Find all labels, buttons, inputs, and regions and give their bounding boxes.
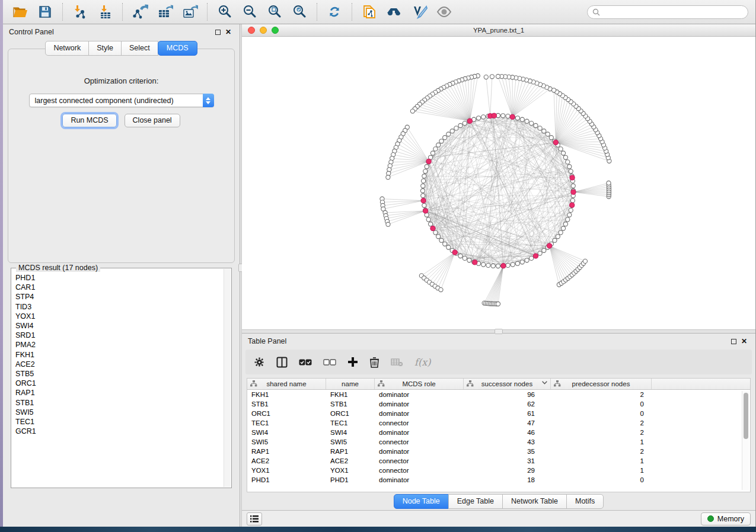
maximize-window-icon[interactable]	[272, 27, 279, 34]
table-cell[interactable]: SWI4	[247, 429, 326, 436]
table-cell[interactable]: connector	[375, 457, 464, 464]
table-settings-icon[interactable]	[254, 355, 265, 369]
column-header-MCDS-role[interactable]: MCDS role	[375, 379, 464, 389]
table-cell[interactable]: 2	[551, 448, 652, 455]
import-table-icon[interactable]	[95, 2, 115, 21]
result-item[interactable]: YOX1	[15, 312, 224, 321]
table-cell[interactable]: dominator	[375, 448, 464, 455]
tab-mcds[interactable]: MCDS	[158, 41, 197, 56]
table-cell[interactable]: FKH1	[326, 391, 375, 398]
table-cell[interactable]: YOX1	[326, 467, 375, 474]
table-row[interactable]: FKH1FKH1dominator962	[247, 390, 750, 399]
table-cell[interactable]: dominator	[375, 410, 464, 417]
table-scrollbar-thumb[interactable]	[744, 393, 748, 439]
result-item[interactable]: TEC1	[15, 417, 224, 427]
table-cell[interactable]: TEC1	[247, 419, 326, 427]
table-cell[interactable]: RAP1	[326, 448, 375, 455]
open-file-icon[interactable]	[10, 2, 30, 21]
close-panel-icon[interactable]: ✕	[739, 336, 749, 346]
result-item[interactable]: STB1	[15, 398, 224, 408]
table-cell[interactable]: 1	[551, 457, 652, 464]
save-session-icon[interactable]	[35, 2, 55, 21]
column-header-name[interactable]: name	[326, 379, 375, 389]
result-item[interactable]: SRD1	[15, 331, 224, 340]
tab-node-table[interactable]: Node Table	[394, 494, 449, 509]
table-row[interactable]: TEC1TEC1connector472	[247, 418, 750, 428]
table-cell[interactable]: PHD1	[326, 476, 375, 483]
table-row[interactable]: YOX1YOX1connector291	[247, 466, 750, 475]
table-cell[interactable]: 46	[464, 429, 551, 436]
zoom-in-icon[interactable]	[215, 2, 235, 21]
float-panel-icon[interactable]	[212, 27, 223, 37]
result-item[interactable]: PHD1	[15, 273, 224, 283]
add-column-icon[interactable]	[347, 355, 358, 369]
table-cell[interactable]: ACE2	[326, 457, 375, 464]
result-item[interactable]: GCR1	[15, 427, 224, 436]
close-panel-icon[interactable]: ✕	[223, 27, 234, 37]
table-row[interactable]: ORC1ORC1dominator610	[247, 409, 750, 418]
table-cell[interactable]: 62	[464, 400, 551, 408]
apply-style-icon[interactable]	[409, 2, 429, 21]
result-item[interactable]: CAR1	[15, 283, 224, 292]
table-cell[interactable]: 29	[464, 467, 551, 474]
result-item[interactable]: TID3	[15, 302, 224, 312]
result-scrollbar[interactable]	[224, 269, 231, 487]
result-item[interactable]: PMA2	[15, 340, 224, 350]
result-item[interactable]: FKH1	[15, 350, 224, 360]
criterion-dropdown[interactable]: largest connected component (undirected)	[29, 94, 214, 107]
table-cell[interactable]: SWI5	[247, 438, 326, 446]
table-cell[interactable]: ACE2	[247, 457, 326, 464]
network-canvas[interactable]	[242, 37, 755, 329]
delete-columns-icon[interactable]	[369, 355, 379, 369]
mcds-result-list[interactable]: PHD1CAR1STP4TID3YOX1SWI4SRD1PMA2FKH1ACE2…	[12, 269, 224, 487]
table-row[interactable]: STB1STB1dominator620	[247, 399, 750, 409]
search-neighbors-icon[interactable]	[384, 2, 404, 21]
table-cell[interactable]: 61	[464, 410, 551, 417]
tab-style[interactable]: Style	[88, 41, 122, 56]
refresh-icon[interactable]	[324, 2, 344, 21]
result-item[interactable]: RAP1	[15, 388, 224, 398]
show-columns-icon[interactable]	[276, 355, 288, 369]
zoom-out-icon[interactable]	[240, 2, 260, 21]
table-cell[interactable]: 0	[551, 476, 652, 483]
table-cell[interactable]: YOX1	[247, 467, 326, 474]
export-image-icon[interactable]	[180, 2, 200, 21]
table-cell[interactable]: 1	[551, 438, 652, 446]
tab-select[interactable]: Select	[121, 41, 158, 56]
table-cell[interactable]: dominator	[375, 429, 464, 436]
table-cell[interactable]: RAP1	[247, 448, 326, 455]
network-graph[interactable]	[242, 37, 755, 329]
deselect-all-checkboxes-icon[interactable]	[323, 355, 336, 369]
table-cell[interactable]: PHD1	[247, 476, 326, 483]
table-cell[interactable]: 0	[551, 400, 652, 408]
export-table-icon[interactable]	[155, 2, 175, 21]
task-history-button[interactable]	[247, 512, 262, 525]
result-item[interactable]: STB5	[15, 369, 224, 379]
table-cell[interactable]: FKH1	[247, 391, 326, 398]
table-row[interactable]: SWI4SWI4dominator462	[247, 428, 750, 437]
table-cell[interactable]: 2	[551, 429, 652, 436]
table-row[interactable]: RAP1RAP1dominator352	[247, 447, 750, 456]
node-table[interactable]: shared namenameMCDS rolesuccessor nodesp…	[247, 378, 751, 492]
share-network-icon[interactable]	[359, 2, 379, 21]
column-header-predecessor-nodes[interactable]: predecessor nodes	[551, 379, 652, 389]
tab-network-table[interactable]: Network Table	[502, 494, 567, 509]
table-cell[interactable]: STB1	[247, 400, 326, 408]
table-cell[interactable]: 43	[464, 438, 551, 446]
table-cell[interactable]: 0	[551, 410, 652, 417]
table-cell[interactable]: connector	[375, 438, 464, 446]
import-network-icon[interactable]	[70, 2, 90, 21]
horizontal-splitter[interactable]	[242, 329, 755, 334]
table-cell[interactable]: 18	[464, 476, 551, 483]
tab-motifs[interactable]: Motifs	[566, 494, 604, 509]
column-header-shared-name[interactable]: shared name	[247, 379, 326, 389]
table-cell[interactable]: connector	[375, 467, 464, 474]
result-item[interactable]: STP4	[15, 292, 224, 302]
search-box[interactable]	[587, 5, 748, 19]
table-cell[interactable]: STB1	[326, 400, 375, 408]
table-cell[interactable]: 2	[551, 391, 652, 398]
search-input[interactable]	[603, 8, 743, 16]
table-cell[interactable]: ORC1	[326, 410, 375, 417]
table-row[interactable]: PHD1PHD1dominator180	[247, 475, 750, 485]
table-cell[interactable]: 35	[464, 448, 551, 455]
